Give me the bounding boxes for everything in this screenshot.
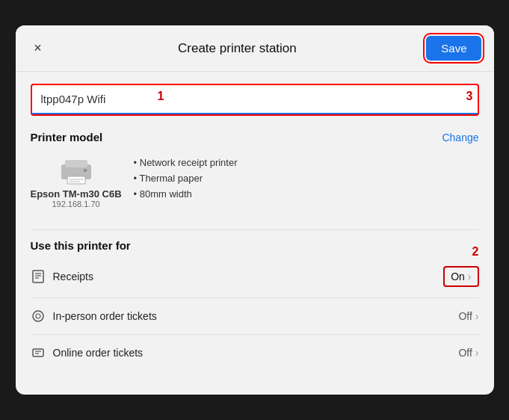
online-icon [31,345,46,360]
spec-2: Thermal paper [134,171,238,187]
receipts-left: Receipts [31,269,93,284]
divider [31,229,479,230]
online-item: Online order tickets Off › [31,335,479,371]
name-input-container [31,84,479,116]
receipts-on-box[interactable]: On › [443,266,478,287]
station-name-input[interactable] [32,85,478,113]
receipt-icon [31,269,46,284]
svg-point-5 [84,169,87,172]
modal-title: Create printer station [178,41,297,56]
printer-icon-area: Epson TM-m30 C6B 192.168.1.70 [31,155,122,209]
printer-model-title: Printer model [31,131,103,143]
inperson-value-button[interactable]: Off › [458,310,478,322]
online-label: Online order tickets [53,347,144,359]
inperson-left: In-person order tickets [31,309,157,324]
spec-3: 80mm width [134,187,238,203]
online-chevron: › [475,347,479,359]
close-button[interactable]: × [28,38,49,59]
receipts-item: Receipts 2 On › [31,256,479,298]
receipts-label: Receipts [53,271,93,282]
save-button[interactable]: Save [426,36,481,61]
receipts-value-button[interactable]: 2 On › [443,266,478,287]
annotation-1: 1 [158,90,164,103]
svg-rect-3 [69,179,84,180]
online-value: Off [458,347,472,359]
printer-model-section: Printer model Change Epson TM-m30 C6B 19… [31,131,479,217]
svg-point-10 [33,311,43,321]
printer-info: Epson TM-m30 C6B 192.168.1.70 Network re… [31,152,479,217]
printer-ip: 192.168.1.70 [52,200,99,209]
name-field-section: 1 3 [31,84,479,116]
input-underline [32,113,478,114]
modal-header: × Create printer station Save [16,25,494,72]
inperson-value: Off [458,310,472,322]
inperson-chevron: › [475,310,479,322]
online-value-button[interactable]: Off › [458,347,478,359]
use-section-title: Use this printer for [31,239,131,252]
annotation-2: 2 [472,245,479,259]
svg-rect-12 [33,349,43,356]
receipts-chevron: › [468,271,472,282]
svg-rect-1 [65,160,87,167]
use-printer-section: Use this printer for Receipts [31,239,479,371]
create-printer-station-modal: × Create printer station Save 1 3 Printe… [16,25,494,395]
receipts-value: On [451,271,465,282]
section-header: Printer model Change [31,131,479,143]
printer-name: Epson TM-m30 C6B [31,188,122,200]
ticket-icon [31,309,46,324]
printer-svg-icon [58,155,95,185]
inperson-item: In-person order tickets Off › [31,298,479,335]
change-button[interactable]: Change [442,132,478,143]
printer-specs: Network receipt printer Thermal paper 80… [134,155,238,202]
inperson-label: In-person order tickets [53,310,157,322]
svg-point-11 [36,314,40,318]
spec-1: Network receipt printer [134,155,238,171]
annotation-3: 3 [466,90,473,103]
svg-rect-4 [69,181,80,182]
online-left: Online order tickets [31,345,144,360]
svg-rect-6 [33,271,43,282]
modal-body: 1 3 Printer model Change [16,72,494,395]
